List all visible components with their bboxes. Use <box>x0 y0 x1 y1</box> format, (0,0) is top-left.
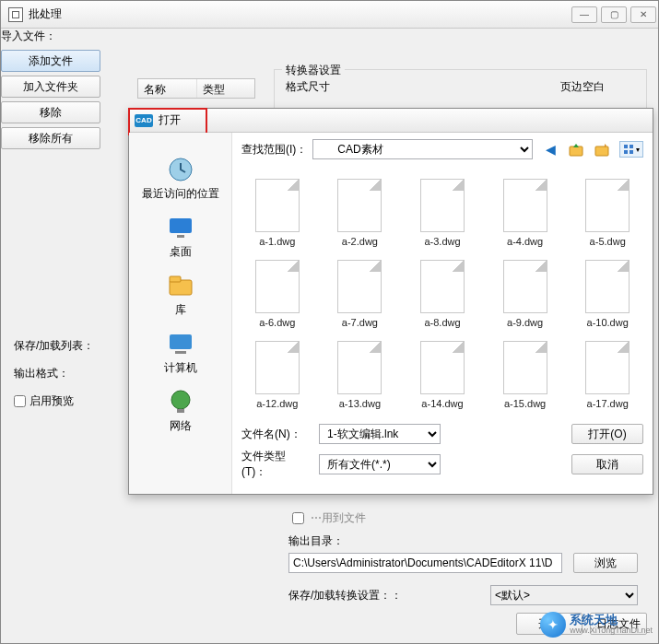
remove-button[interactable]: 移除 <box>1 101 100 123</box>
place-computer[interactable]: 计算机 <box>139 325 222 380</box>
open-button[interactable]: 打开(O) <box>571 424 643 444</box>
close-button[interactable]: ✕ <box>630 6 656 23</box>
svg-rect-6 <box>175 351 186 354</box>
file-thumb-icon <box>503 260 547 313</box>
browse-button[interactable]: 浏览 <box>573 553 638 573</box>
settings-row: 格式尺寸 页边空白 <box>286 79 605 95</box>
main-body: 导入文件： 添加文件 加入文件夹 移除 移除所有 名称 类型 保存/加载列表： … <box>1 29 658 643</box>
file-item[interactable]: a-15.dwg <box>486 337 565 413</box>
lookin-select[interactable]: CAD素材 <box>312 139 533 159</box>
file-name-label: a-12.dwg <box>256 398 298 409</box>
svg-rect-9 <box>570 146 583 156</box>
enable-preview-input[interactable] <box>14 395 26 407</box>
recent-icon <box>166 155 195 184</box>
open-dialog-titlebar: CAD 打开 <box>129 109 653 133</box>
import-panel: 导入文件： 添加文件 加入文件夹 移除 移除所有 <box>1 29 121 508</box>
file-thumb-icon <box>420 179 465 232</box>
file-item[interactable]: a-3.dwg <box>403 175 482 251</box>
filename-row: 文件名(N)： 1-软文编辑.lnk 打开(O) <box>241 424 643 444</box>
watermark-text-en: www.XiTongTianDi.net <box>570 626 653 636</box>
window-title: 批处理 <box>29 6 62 22</box>
footer: 开始 日志文件 系统天地 www.XiTongTianDi.net <box>1 608 658 639</box>
svg-point-7 <box>171 391 190 409</box>
view-menu-icon[interactable]: ▾ <box>619 141 643 158</box>
lookin-label: 查找范围(I)： <box>241 142 307 158</box>
file-item[interactable]: a-7.dwg <box>321 256 400 332</box>
cancel-button[interactable]: 取消 <box>571 454 643 474</box>
title-left: 批处理 <box>8 6 62 22</box>
output-directory-label: 输出目录： <box>288 533 638 549</box>
add-file-button[interactable]: 添加文件 <box>1 50 100 72</box>
file-item[interactable]: a-2.dwg <box>321 175 400 251</box>
file-item[interactable]: a-14.dwg <box>403 337 482 413</box>
new-folder-icon[interactable] <box>594 141 610 158</box>
filetype-row: 文件类型(T)： 所有文件(*.*) 取消 <box>241 449 643 480</box>
app-window: 批处理 — ▢ ✕ 导入文件： 添加文件 加入文件夹 移除 移除所有 名称 类型… <box>0 0 659 644</box>
svg-rect-5 <box>170 334 192 349</box>
file-name-label: a-10.dwg <box>587 317 629 328</box>
file-name-label: a-7.dwg <box>342 317 378 328</box>
place-desktop[interactable]: 桌面 <box>139 209 222 263</box>
file-item[interactable]: a-8.dwg <box>403 256 482 332</box>
nav-icons: ◀ ▾ <box>542 141 643 158</box>
col-name: 名称 <box>138 79 197 98</box>
open-dialog-body: 最近访问的位置 桌面 库 <box>129 133 653 494</box>
file-name-label: a-13.dwg <box>339 398 381 409</box>
place-network[interactable]: 网络 <box>139 383 222 438</box>
filetype-select[interactable]: 所有文件(*.*) <box>319 454 441 474</box>
file-item[interactable]: a-1.dwg <box>238 175 317 251</box>
apply-to-file-input[interactable] <box>292 512 304 524</box>
up-one-level-icon[interactable] <box>568 141 584 158</box>
open-dialog-title: 打开 <box>159 112 181 128</box>
filename-input[interactable]: 1-软文编辑.lnk <box>319 424 441 444</box>
format-size-label: 格式尺寸 <box>286 79 330 95</box>
file-list-header: 名称 类型 <box>137 78 255 99</box>
output-directory-input[interactable] <box>288 553 562 573</box>
apply-to-file-checkbox[interactable]: ⋯用到文件 <box>288 509 366 527</box>
open-dialog-bottom: 文件名(N)： 1-软文编辑.lnk 打开(O) 文件类型(T)： 所有文件(*… <box>232 414 653 494</box>
save-conversion-select[interactable]: <默认> <box>490 585 638 605</box>
apply-to-file-text: ⋯用到文件 <box>311 510 366 526</box>
file-item[interactable]: a-10.dwg <box>568 256 647 332</box>
lookin-row: 查找范围(I)： CAD素材 ◀ <box>232 133 653 166</box>
enable-preview-text: 启用预览 <box>29 393 74 409</box>
cad-badge-icon: CAD <box>135 114 153 127</box>
filename-label: 文件名(N)： <box>241 427 310 442</box>
back-icon[interactable]: ◀ <box>542 141 559 158</box>
file-thumb-icon <box>420 341 465 394</box>
file-item[interactable]: a-6.dwg <box>238 256 317 332</box>
file-item[interactable]: a-13.dwg <box>321 337 400 413</box>
file-item[interactable]: a-5.dwg <box>568 175 647 251</box>
desktop-icon <box>166 213 195 242</box>
place-libraries[interactable]: 库 <box>139 267 222 322</box>
add-folder-button[interactable]: 加入文件夹 <box>1 76 100 98</box>
file-item[interactable]: a-4.dwg <box>486 175 565 251</box>
svg-rect-2 <box>177 235 184 238</box>
save-conversion-row: 保存/加载转换设置：： <默认> <box>288 585 638 605</box>
place-recent[interactable]: 最近访问的位置 <box>139 151 222 205</box>
remove-all-button[interactable]: 移除所有 <box>1 127 100 149</box>
file-grid[interactable]: a-1.dwga-2.dwga-3.dwga-4.dwga-5.dwga-6.d… <box>232 166 653 414</box>
open-dialog: CAD 打开 最近访问的位置 桌面 <box>128 108 653 495</box>
file-name-label: a-4.dwg <box>507 236 543 247</box>
svg-rect-12 <box>630 145 633 148</box>
network-icon <box>166 387 195 416</box>
file-name-label: a-5.dwg <box>590 236 626 247</box>
file-thumb-icon <box>503 341 547 394</box>
maximize-button[interactable]: ▢ <box>601 6 627 23</box>
watermark-logo-icon <box>540 612 566 638</box>
file-item[interactable]: a-17.dwg <box>568 337 647 413</box>
minimize-button[interactable]: — <box>571 6 597 23</box>
file-item[interactable]: a-12.dwg <box>238 337 317 413</box>
file-name-label: a-9.dwg <box>507 317 543 328</box>
file-name-label: a-14.dwg <box>421 398 463 409</box>
computer-icon <box>166 329 195 358</box>
titlebar: 批处理 — ▢ ✕ <box>1 1 658 29</box>
filetype-label: 文件类型(T)： <box>241 449 310 480</box>
file-item[interactable]: a-9.dwg <box>486 256 565 332</box>
output-format-label: 输出格式： <box>14 366 69 381</box>
save-conversion-label: 保存/加载转换设置：： <box>288 588 402 603</box>
enable-preview-checkbox[interactable]: 启用预览 <box>14 393 74 409</box>
places-bar: 最近访问的位置 桌面 库 <box>129 133 232 494</box>
file-thumb-icon <box>337 341 382 394</box>
